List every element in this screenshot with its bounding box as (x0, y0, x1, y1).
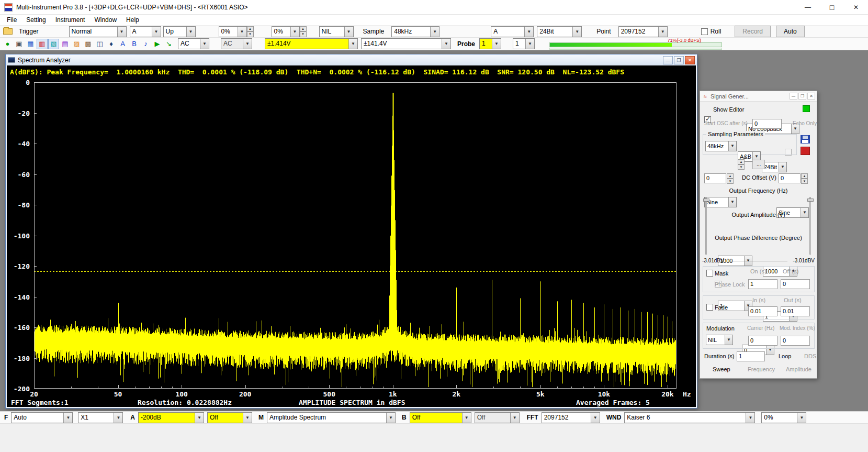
siggen-maximize-button[interactable] (798, 93, 806, 100)
hot-tips-icon[interactable]: ♦ (106, 39, 117, 49)
play-icon[interactable]: ▶ (152, 39, 163, 49)
siggen-titlebar[interactable]: Signal Gener... (700, 91, 817, 102)
spectrum-canvas[interactable] (34, 82, 677, 389)
app-minimize-button[interactable] (796, 0, 820, 14)
device-test-plan-icon[interactable]: ◫ (94, 39, 105, 49)
siggen-minimize-button[interactable] (790, 93, 797, 100)
range-a-select[interactable]: ±1.414V (265, 38, 358, 49)
modulation-label: Modulation (706, 325, 735, 332)
data-logger-icon[interactable]: ▩ (83, 39, 94, 49)
y-tick-label: 0 (26, 79, 30, 86)
zoom-a-icon[interactable]: A (117, 39, 128, 49)
fade-checkbox[interactable] (706, 304, 713, 311)
upload-icon[interactable]: ↘ (163, 39, 174, 49)
sample-channel-select[interactable]: A (491, 26, 534, 37)
sampling-parameters-group: Sampling Parameters 48kHz A&B 24Bit (703, 134, 797, 155)
start-osc-input[interactable]: 0 (752, 119, 782, 129)
open-icon[interactable] (3, 28, 13, 35)
signal-generator-icon[interactable]: ▧ (48, 39, 59, 49)
siggen-close-button[interactable] (807, 93, 815, 100)
mask-on-input[interactable]: 1 (748, 279, 777, 289)
mask-off-label: Off (s) (783, 268, 798, 274)
level-a-readout: -3.01dBV (702, 258, 724, 263)
a-ref-select[interactable]: Off (207, 412, 252, 423)
zoom-b-icon[interactable]: B (129, 39, 140, 49)
mode-select[interactable]: Amplitude Spectrum (267, 412, 396, 423)
spectrum-close-button[interactable] (685, 56, 695, 64)
auto-button[interactable]: Auto (776, 26, 805, 37)
range-b-select[interactable]: ±141.4V (361, 38, 451, 49)
trigger-edge-select[interactable]: Up (163, 26, 196, 37)
trigger-delay-spinner[interactable] (300, 26, 307, 37)
dds-stream-icon[interactable] (801, 147, 810, 155)
dc-offset-b-spinner[interactable] (801, 173, 808, 183)
trigger-level-spinner[interactable] (247, 26, 254, 37)
wave-library-button[interactable]: ... (752, 160, 765, 169)
spectrum-analyzer-icon[interactable]: ▥ (37, 39, 48, 49)
b-range-select[interactable]: Off (410, 412, 471, 423)
sample-rate-select[interactable]: 48kHz (391, 26, 439, 37)
spectrum-minimize-button[interactable] (663, 56, 673, 64)
app-maximize-button[interactable] (820, 0, 844, 14)
oscilloscope-icon[interactable]: ▦ (25, 39, 36, 49)
frequency-axis-select[interactable]: Auto (11, 412, 73, 423)
trigger-hpf-select[interactable]: NIL (319, 26, 354, 37)
probe-b-select[interactable]: 1 (513, 38, 535, 49)
trigger-source-select[interactable]: A (130, 26, 161, 37)
zoom-select[interactable]: X1 (78, 412, 123, 423)
run-icon[interactable]: ● (2, 39, 13, 49)
waveform-a-spinner[interactable] (738, 159, 745, 170)
modulation-type-select[interactable]: NIL (706, 335, 733, 345)
save-icon[interactable] (801, 135, 810, 144)
trigger-mode-select[interactable]: Normal (69, 26, 127, 37)
siggen-bits-select[interactable]: 24Bit (762, 162, 787, 172)
fade-out-input[interactable]: 0.01 (781, 306, 810, 316)
menu-instrument[interactable]: Instrument (51, 15, 90, 25)
sample-bits-select[interactable]: 24Bit (537, 26, 582, 37)
duration-input[interactable]: 1 (737, 351, 765, 361)
coupling-b-select[interactable]: AC (221, 38, 252, 49)
menu-file[interactable]: File (2, 15, 21, 25)
measurement-readout: A(dBFS): Peak Frequency= 1.0000160 kHz T… (10, 68, 624, 76)
app-close-button[interactable] (844, 0, 868, 14)
b-ref-select[interactable]: Off (475, 412, 520, 423)
sound-device-icon[interactable]: ♪ (140, 39, 151, 49)
spectrum-restore-button[interactable] (674, 56, 684, 64)
dc-offset-a-spinner[interactable] (727, 173, 734, 183)
mask-off-input[interactable]: 0 (781, 279, 810, 289)
menu-window[interactable]: Window (89, 15, 121, 25)
a-range-select[interactable]: -200dB (138, 412, 204, 423)
sweep-amplitude-label: Amplitude (786, 366, 811, 372)
menu-help[interactable]: Help (121, 15, 144, 25)
point-select[interactable]: 2097152 (618, 26, 668, 37)
roll-checkbox[interactable] (701, 28, 708, 35)
mask-on-label: On (s) (750, 268, 766, 274)
siggen-rate-select[interactable]: 48kHz (705, 141, 737, 151)
spectrum-titlebar[interactable]: Spectrum Analyzer (6, 54, 697, 65)
camera-icon[interactable]: ▣ (14, 39, 25, 49)
mask-label: Mask (715, 270, 728, 277)
carrier-input[interactable]: 0 (748, 336, 777, 346)
window-function-select[interactable]: Kaiser 6 (624, 412, 755, 423)
trigger-delay-select[interactable]: 0% (272, 26, 300, 37)
generator-on-button[interactable] (803, 105, 810, 112)
amplitude-b-slider[interactable] (809, 197, 811, 255)
trigger-level-select[interactable]: 0% (219, 26, 247, 37)
multimeter-icon[interactable]: ▤ (60, 39, 71, 49)
phase-slider[interactable] (729, 261, 787, 261)
mask-checkbox[interactable] (706, 270, 713, 277)
fft-size-select[interactable]: 2097152 (542, 412, 600, 423)
overlap-select[interactable]: 0% (761, 412, 806, 423)
amplitude-a-slider[interactable] (705, 197, 707, 255)
record-button[interactable]: Record (735, 26, 771, 37)
app-icon (4, 3, 13, 12)
spectrum-3d-plot-icon[interactable]: ▨ (71, 39, 82, 49)
coupling-a-select[interactable]: AC (178, 38, 209, 49)
dc-offset-b-input[interactable]: 0 (779, 173, 801, 183)
dc-offset-a-input[interactable]: 0 (704, 173, 726, 183)
fade-in-input[interactable]: 0.01 (748, 306, 777, 316)
probe-a-select[interactable]: 1 (479, 38, 501, 49)
mod-index-input[interactable]: 0 (781, 336, 810, 346)
app-titlebar[interactable]: Multi-Instrument Pro 3.8 - [+3DP+DLG+LCR… (0, 0, 868, 15)
menu-setting[interactable]: Setting (21, 15, 50, 25)
